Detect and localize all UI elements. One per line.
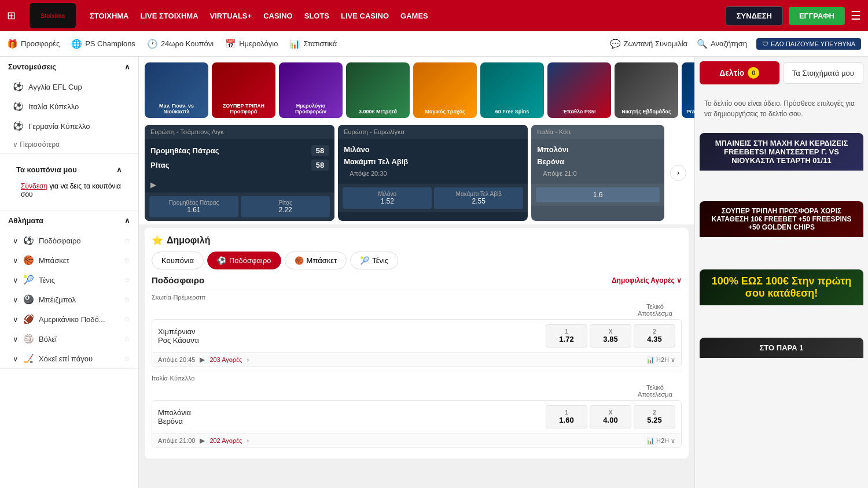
my-bets-button[interactable]: Τα Στοιχήματά μου: [783, 62, 864, 84]
grid-icon[interactable]: ⊞: [7, 9, 16, 22]
promo-card-ps-champions[interactable]: Mav. Γιουν. vs Νιούκαστλ: [145, 62, 208, 118]
promo-card-super-triple[interactable]: ΣΟΥΠΕΡ ΤΡΙΠΛΗ Προσφορά: [212, 62, 275, 118]
register-button[interactable]: ΕΓΓΡΑΦΗ: [789, 7, 845, 25]
match-2-odd-x[interactable]: Χ 4.00: [590, 405, 631, 428]
betslip-button[interactable]: Δελτίο 0: [700, 61, 779, 84]
promo-card-calendar[interactable]: Ημερολόγιο Προσφορών: [279, 62, 343, 118]
match-1-markets-link[interactable]: 203 Αγορές: [209, 356, 242, 363]
baseball-fav-icon[interactable]: ☆: [124, 295, 130, 304]
logo[interactable]: Stoixima: [30, 3, 76, 28]
match-row-1-top: Χιμπέρνιαν Ρος Κάουντι 1 1.72 Χ 3.85: [152, 320, 681, 352]
promo-card-cash[interactable]: 3.000€ Μετρητά: [346, 62, 410, 118]
promo-card-winner[interactable]: Νικητής Εβδομάδας: [615, 62, 678, 118]
football-fav-icon[interactable]: ☆: [124, 236, 130, 245]
sidebar-item-basket[interactable]: ∨ 🏀 Μπάσκετ ☆: [0, 250, 138, 270]
nav-live-casino[interactable]: LIVE CASINO: [341, 12, 389, 20]
match-2-odd2-label: Μακάμπι Τελ Αβίβ: [436, 191, 521, 197]
stream-icon-1: ▶: [150, 180, 156, 189]
athletics-header[interactable]: Αθλήματα ∧: [0, 210, 138, 231]
match-1-odd-2[interactable]: 2 4.35: [634, 324, 675, 347]
sidebar-item-volleyball[interactable]: ∨ 🏐 Βόλεϊ ☆: [0, 329, 138, 349]
match-2-team2: Μακάμπι Τελ Αβίβ: [344, 156, 522, 168]
sidebar-item-football[interactable]: ∨ ⚽ Ποδόσφαιρο ☆: [0, 231, 138, 250]
sidebar-item-american-football[interactable]: ∨ 🏈 Αμερικάνικο Ποδό... ☆: [0, 309, 138, 329]
match-1-odd-x[interactable]: Χ 3.85: [590, 324, 631, 347]
nav-24h-coupon[interactable]: 🕐 24ωρο Κουπόνι: [147, 39, 214, 49]
coupons-login-link[interactable]: Σύνδεση: [21, 182, 47, 190]
markets-arrow-1: ›: [247, 356, 249, 363]
match-1-h2h[interactable]: 📊 H2H ∨: [646, 356, 675, 364]
promo-card-6-inner: 60 Free Spins: [480, 62, 544, 118]
promo-banner-para1[interactable]: ΣΤΟ ΠΑΡΑ 1: [700, 338, 863, 401]
promo-card-2-text: ΣΟΥΠΕΡ ΤΡΙΠΛΗ Προσφορά: [215, 103, 272, 114]
promo-card-pragmatic[interactable]: Pragmatic Buy Bonus: [682, 62, 694, 118]
promo-card-ps5[interactable]: Έπαθλο PS5!: [547, 62, 611, 118]
match-1-odd2[interactable]: Ρίτας 2.22: [241, 196, 330, 217]
match-1-odd-1[interactable]: 1 1.72: [546, 324, 587, 347]
nav-offers[interactable]: 🎁 Προσφορές: [7, 39, 60, 49]
stream-small-icon-2: ▶: [200, 437, 205, 445]
am-football-fav-icon[interactable]: ☆: [124, 315, 130, 323]
promo-banner-ps-champions[interactable]: ΜΠΑΙΝΕΙΣ ΣΤΗ ΜΑΧΗ ΚΑΙ ΚΕΡΔΙΖΕΙΣ FREEBETS…: [700, 133, 863, 197]
nav-games[interactable]: GAMES: [400, 12, 428, 20]
pop-tab-tennis[interactable]: 🎾 Τένις: [350, 252, 398, 269]
nav-virtuals[interactable]: VIRTUALS+: [210, 12, 252, 20]
sidebar-item-germany-cup[interactable]: ⚽ Γερμανία Κύπελλο: [0, 116, 138, 136]
pop-tab-basket-icon: 🏀: [295, 256, 304, 265]
sidebar-item-england-efl[interactable]: ⚽ Αγγλία EFL Cup: [0, 77, 138, 97]
nav-statistics[interactable]: 📊 Στατιστικά: [289, 39, 337, 49]
match-3-odd1[interactable]: 1.6: [536, 187, 660, 202]
match-1-odd1[interactable]: Προμηθέας Πάτρας 1.61: [149, 196, 238, 217]
nav-search[interactable]: 🔍 Αναζήτηση: [697, 39, 747, 49]
nav-ps-champions[interactable]: 🌐 PS Champions: [71, 39, 135, 49]
am-football-chevron: ∨: [13, 315, 19, 324]
match-2-markets-link[interactable]: 202 Αγορές: [209, 437, 242, 444]
volleyball-fav-icon[interactable]: ☆: [124, 335, 130, 343]
shortcuts-header[interactable]: Συντομεύσεις ∧: [0, 57, 138, 77]
promo-banner-super-triple[interactable]: ΣΟΥΠΕΡ ΤΡΙΠΛΗ ΠΡΟΣΦΟΡΑ ΧΩΡΙΣ ΚΑΤΑΘΕΣΗ 10…: [700, 201, 863, 265]
popular-markets-btn[interactable]: Δημοφιλείς Αγορές ∨: [612, 275, 682, 285]
am-football-icon: 🏈: [23, 314, 34, 324]
promo-banner-100pct[interactable]: 100% ΕΩΣ 100€ Στην πρώτη σου κατάθεση!: [700, 269, 863, 333]
match-2-odd2[interactable]: Μακάμπι Τελ Αβίβ 2.55: [434, 187, 523, 209]
match-2-odd1[interactable]: Μιλάνο 1.52: [343, 187, 432, 209]
nav-live-chat[interactable]: 💬 Ζωντανή Συνομιλία: [610, 39, 688, 49]
coupons-header[interactable]: Τα κουπόνια μου ∧: [8, 160, 130, 180]
promo-card-2-inner: ΣΟΥΠΕΡ ΤΡΙΠΛΗ Προσφορά: [212, 62, 275, 118]
nav-casino[interactable]: CASINO: [263, 12, 293, 20]
sidebar-more[interactable]: ∨ Περισσότερα: [0, 136, 138, 153]
match-2-odd-1[interactable]: 1 1.60: [546, 405, 587, 428]
login-button[interactable]: ΣΥΝΔΕΣΗ: [726, 6, 783, 25]
pop-tab-basket[interactable]: 🏀 Μπάσκετ: [285, 252, 347, 269]
promo-card-freespins[interactable]: 60 Free Spins: [480, 62, 544, 118]
pop-tab-football[interactable]: ⚽ Ποδόσφαιρο: [207, 252, 281, 269]
nav-slots[interactable]: SLOTS: [304, 12, 329, 20]
hamburger-icon[interactable]: ☰: [851, 9, 861, 23]
match-2-h2h[interactable]: 📊 H2H ∨: [646, 437, 675, 445]
promo-banner-3-text: 100% ΕΩΣ 100€ Στην πρώτη σου κατάθεση!: [705, 275, 858, 300]
betslip-empty-text: Το δελτίο σου είναι άδειο. Πρόσθεσε επιλ…: [695, 89, 868, 128]
match-2-odd-2[interactable]: 2 5.25: [634, 405, 675, 428]
promo-card-7-text: Έπαθλο PS5!: [562, 109, 596, 114]
nav-stoixima[interactable]: ΣΤΟΙΧΗΜΑ: [90, 12, 129, 20]
sidebar-item-italy-cup[interactable]: ⚽ Ιταλία Κύπελλο: [0, 97, 138, 116]
matches-next-btn[interactable]: ›: [670, 165, 686, 181]
promo-card-wheel[interactable]: Μαγικός Τροχός: [413, 62, 477, 118]
shortcuts-section: Συντομεύσεις ∧ ⚽ Αγγλία EFL Cup ⚽ Ιταλία…: [0, 57, 138, 154]
sidebar-item-baseball[interactable]: ∨ 🎱 Μπέιζμπολ ☆: [0, 290, 138, 309]
sidebar-item-hockey[interactable]: ∨ 🏒 Χόκεϊ επί πάγου ☆: [0, 349, 138, 368]
basket-fav-icon[interactable]: ☆: [124, 256, 130, 264]
nav-calendar[interactable]: 📅 Ημερολόγιο: [225, 39, 278, 49]
hockey-fav-icon[interactable]: ☆: [124, 354, 130, 363]
responsible-gaming-badge: 🛡 ΕΔΩ ΠΑΙΖΟΥΜΕ ΥΠΕΥΘΥΝΑ: [756, 38, 861, 50]
tennis-fav-icon[interactable]: ☆: [124, 276, 130, 284]
pop-tab-coupons[interactable]: Κουπόνια: [152, 252, 204, 269]
popular-title-text: Δημοφιλή: [167, 235, 210, 246]
search-icon: 🔍: [697, 39, 708, 49]
betslip-badge: 0: [748, 67, 759, 79]
nav-live-stoixima[interactable]: LIVE ΣΤΟΙΧΗΜΑ: [141, 12, 198, 20]
main-layout: Συντομεύσεις ∧ ⚽ Αγγλία EFL Cup ⚽ Ιταλία…: [0, 57, 868, 488]
match-2-team1: Μιλάνο: [344, 143, 522, 156]
hockey-chevron: ∨: [13, 354, 19, 363]
sidebar-item-tennis[interactable]: ∨ 🎾 Τένις ☆: [0, 270, 138, 290]
